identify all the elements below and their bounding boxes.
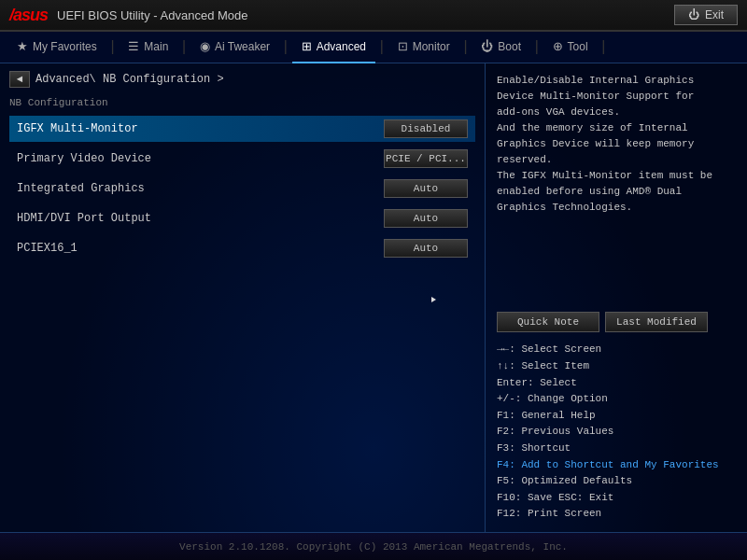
shortcut-enter: Enter: Select	[497, 375, 736, 392]
shortcut-f10: F10: Save ESC: Exit	[497, 490, 736, 507]
nav-sep-1: |	[108, 39, 118, 56]
setting-row-igfx: IGFX Multi-Monitor Disabled	[9, 116, 475, 142]
primary-video-value-button[interactable]: PCIE / PCI...	[384, 149, 468, 168]
left-panel: ◄ Advanced\ NB Configuration > NB Config…	[0, 63, 486, 532]
nav-boot-label: Boot	[498, 40, 521, 53]
shortcut-change-option: +/-: Change Option	[497, 391, 736, 408]
help-text: Enable/Disable Internal Graphics Device …	[497, 73, 736, 312]
shortcut-select-item: ↑↓: Select Item	[497, 358, 736, 375]
shortcut-f2: F2: Previous Values	[497, 424, 736, 441]
shortcut-f4: F4: Add to Shortcut and My Favorites	[497, 457, 736, 474]
primary-video-label: Primary Video Device	[9, 148, 384, 169]
power-icon: ⏻	[688, 8, 699, 21]
shortcut-f12: F12: Print Screen	[497, 506, 736, 523]
nav-ai-label: Ai Tweaker	[215, 40, 270, 53]
quick-note-button[interactable]: Quick Note	[497, 312, 599, 332]
navbar: ★ My Favorites | ☰ Main | ◉ Ai Tweaker |…	[0, 32, 747, 63]
nav-boot[interactable]: ⏻ Boot	[472, 32, 530, 63]
nav-monitor[interactable]: ⊡ Monitor	[388, 32, 459, 63]
breadcrumb: ◄ Advanced\ NB Configuration >	[9, 71, 475, 88]
section-label: NB Configuration	[9, 97, 475, 108]
nav-sep-6: |	[532, 39, 542, 56]
right-panel: Enable/Disable Internal Graphics Device …	[486, 63, 747, 532]
setting-row-pciex16: PCIEX16_1 Auto	[9, 235, 475, 261]
nav-main-label: Main	[144, 40, 168, 53]
pciex16-label: PCIEX16_1	[9, 238, 384, 259]
setting-row-hdmi-dvi: HDMI/DVI Port Output Auto	[9, 205, 475, 231]
nav-tool-label: Tool	[568, 40, 588, 53]
integrated-graphics-value-button[interactable]: Auto	[384, 179, 468, 198]
nav-sep-5: |	[461, 39, 471, 56]
setting-row-primary-video: Primary Video Device PCIE / PCI...	[9, 146, 475, 172]
exit-button[interactable]: ⏻ Exit	[674, 5, 738, 25]
nav-tool[interactable]: ⊕ Tool	[543, 32, 598, 63]
nav-favorites[interactable]: ★ My Favorites	[7, 32, 106, 63]
nav-sep-3: |	[281, 39, 290, 56]
back-arrow-icon: ◄	[17, 74, 23, 85]
shortcut-select-screen: →←: Select Screen	[497, 342, 736, 358]
nav-advanced-label: Advanced	[317, 40, 366, 53]
menu-icon: ☰	[128, 39, 139, 53]
nav-sep-2: |	[179, 39, 189, 56]
nav-sep-4: |	[377, 39, 387, 56]
integrated-graphics-label: Integrated Graphics	[9, 178, 384, 199]
header-title: UEFI BIOS Utility - Advanced Mode	[57, 8, 247, 22]
monitor-icon: ⊡	[398, 39, 408, 53]
setting-row-integrated-graphics: Integrated Graphics Auto	[9, 175, 475, 202]
igfx-label: IGFX Multi-Monitor	[9, 119, 384, 139]
shortcut-f5: F5: Optimized Defaults	[497, 473, 736, 490]
nav-ai-tweaker[interactable]: ◉ Ai Tweaker	[190, 32, 279, 63]
shortcut-f3: F3: Shortcut	[497, 441, 736, 457]
advanced-icon: ⊞	[302, 39, 312, 53]
nav-monitor-label: Monitor	[413, 40, 450, 53]
main-content: ◄ Advanced\ NB Configuration > NB Config…	[0, 63, 747, 532]
pciex16-value-button[interactable]: Auto	[384, 239, 468, 258]
last-modified-button[interactable]: Last Modified	[605, 312, 708, 332]
nav-favorites-label: My Favorites	[33, 40, 97, 53]
breadcrumb-path: Advanced\ NB Configuration >	[35, 73, 224, 86]
exit-label: Exit	[705, 8, 724, 21]
asus-logo: /asus	[9, 6, 48, 25]
quick-buttons: Quick Note Last Modified	[497, 312, 736, 332]
tool-icon: ⊕	[553, 39, 563, 53]
breadcrumb-back-button[interactable]: ◄	[9, 71, 30, 88]
nav-advanced[interactable]: ⊞ Advanced	[292, 32, 375, 63]
ai-icon: ◉	[200, 39, 210, 53]
igfx-value-button[interactable]: Disabled	[384, 119, 468, 138]
footer: Version 2.10.1208. Copyright (C) 2013 Am…	[0, 532, 747, 560]
star-icon: ★	[17, 39, 28, 53]
footer-text: Version 2.10.1208. Copyright (C) 2013 Am…	[179, 541, 568, 553]
header-left: /asus UEFI BIOS Utility - Advanced Mode	[9, 6, 248, 25]
header-bar: /asus UEFI BIOS Utility - Advanced Mode …	[0, 0, 747, 32]
hdmi-dvi-label: HDMI/DVI Port Output	[9, 208, 384, 229]
shortcuts-panel: →←: Select Screen ↑↓: Select Item Enter:…	[497, 342, 736, 523]
shortcut-f1: F1: General Help	[497, 408, 736, 425]
nav-main[interactable]: ☰ Main	[119, 32, 177, 63]
boot-icon: ⏻	[481, 39, 493, 53]
hdmi-dvi-value-button[interactable]: Auto	[384, 209, 468, 228]
nav-sep-7: |	[599, 39, 609, 56]
